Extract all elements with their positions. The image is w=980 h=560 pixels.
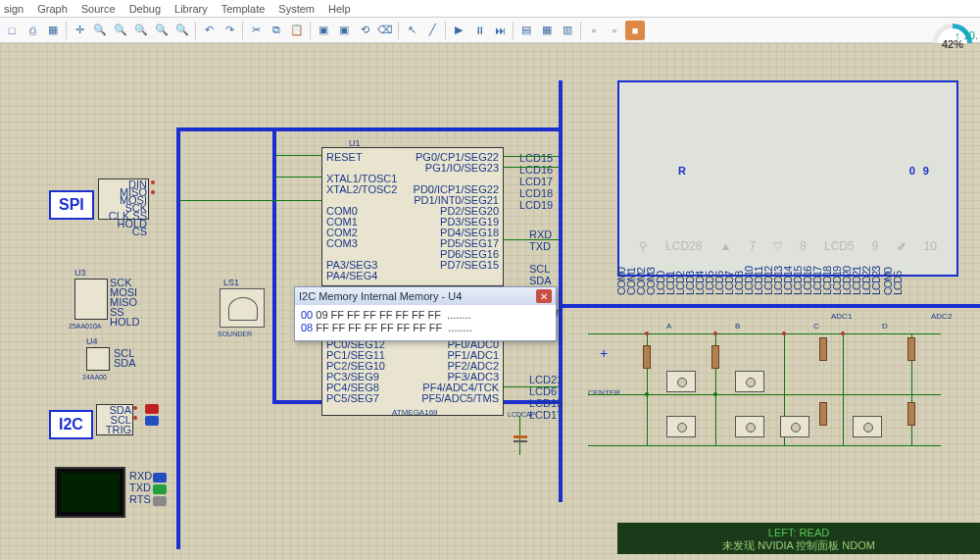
push-button[interactable] [666,416,696,437]
ls1-ref: LS1 [223,279,239,287]
menu-graph[interactable]: Graph [37,3,68,15]
bus-vertical [176,127,180,549]
netlist-icon[interactable]: ▥ [558,21,577,40]
bus-label: LCD5 [894,281,902,295]
u4-chip[interactable] [86,347,110,371]
wire-icon[interactable]: ╱ [422,21,442,40]
bus-label: LCD14 [784,281,792,295]
bus-label: LCD17 [813,281,821,295]
block-move-icon[interactable]: ▣ [334,21,354,40]
push-button[interactable] [666,371,696,392]
separator [398,22,399,39]
pause-icon[interactable]: ⏸ [469,21,489,40]
page-icon[interactable]: ▫ [584,21,604,40]
cut-icon[interactable]: ✂ [246,21,266,40]
step-icon[interactable]: ⏭ [490,21,510,40]
cursor-icon[interactable]: ✛ [70,21,89,40]
zoom-all-icon[interactable]: 🔍 [172,21,192,40]
status-overlay: LEFT: READ 未发现 NVIDIA 控制面板 NDOM [617,523,980,554]
spi-badge: SPI [49,190,94,220]
page-next-icon[interactable]: ▫ [605,21,624,40]
open-icon[interactable]: ⎙ [23,21,42,40]
lcd-digit-left: R [678,165,694,177]
bus-label: LCD8 [735,281,743,295]
bus-label: COM0 [617,281,625,295]
zoom-fit-icon[interactable]: 🔍 [131,21,151,40]
block-copy-icon[interactable]: ▣ [314,21,333,40]
menu-template[interactable]: Template [221,3,266,15]
new-icon[interactable]: □ [2,21,22,40]
menu-source[interactable]: Source [81,3,116,15]
push-button[interactable] [735,371,764,392]
zoom-in-icon[interactable]: 🔍 [90,21,110,40]
menu-bar[interactable]: sign Graph Source Debug Library Template… [0,0,980,18]
status-line1: LEFT: READ [627,527,970,538]
paste-icon[interactable]: 📋 [287,21,307,40]
zoom-out-icon[interactable]: 🔍 [111,21,130,40]
u1-right-pins: PG0/CP1/SEG22PG1/IO/SEG23 PD0/ICP1/SEG22… [414,152,499,281]
i2c-port[interactable]: SDA SCL TRIG [96,404,133,435]
bus-horizontal [176,127,563,131]
menu-library[interactable]: Library [174,3,208,15]
separator [580,22,581,39]
schematic-canvas[interactable]: SPI DIN MISO MOSI SCK CLK SS HOLD CS U3 … [0,43,980,560]
capacitor [514,435,527,438]
bus-label: LCD19 [833,281,841,295]
bus-label: LCD15 [794,281,802,295]
menu-debug[interactable]: Debug [129,3,161,15]
bus-label: LCD22 [862,281,870,295]
bus-label: LCD16 [804,281,811,295]
stop-icon[interactable]: ■ [625,21,645,40]
lcdcap-label: LCDCAP [508,410,535,419]
separator [242,22,243,39]
play-icon[interactable]: ▶ [449,21,468,40]
drc-icon[interactable]: ▦ [537,21,557,40]
separator [66,22,67,39]
i2c-badge: I2C [49,410,93,439]
push-button[interactable] [853,416,882,437]
bus-label: LCD3 [686,281,694,295]
block-delete-icon[interactable]: ⌫ [375,21,395,40]
u1-right-pins2: PF0/ADC0PF1/ADC1PF2/ADC2 PF3/ADC3PF4/ADC… [421,339,499,404]
redo-icon[interactable]: ↷ [220,21,239,40]
bus-label: LCD4 [696,281,704,295]
bus-label: COM1 [627,281,635,295]
zoom-area-icon[interactable]: 🔍 [152,21,172,40]
block-rotate-icon[interactable]: ⟲ [355,21,374,40]
u1-sig-rxd: RXDTXD SCLSDA [529,229,552,287]
pick-icon[interactable]: ↖ [402,21,421,40]
bus-vertical [272,127,276,404]
bom-icon[interactable]: ▤ [516,21,536,40]
sounder[interactable] [220,288,265,328]
u1-name: ATMEGA169 [392,408,438,417]
ls1-name: SOUNDER [218,330,252,338]
bus-label: COM0 [884,281,892,295]
popup-titlebar[interactable]: I2C Memory Internal Memory - U4 ✕ [295,287,556,305]
separator [195,22,196,39]
menu-help[interactable]: Help [328,3,351,15]
undo-icon[interactable]: ↶ [199,21,219,40]
u1-chip-bot[interactable]: PC0/SEG12PC1/SEG11PC2/SEG10 PC3/SEG9PC4/… [321,337,504,416]
oscilloscope[interactable] [55,467,125,518]
push-button[interactable] [735,416,764,437]
memory-popup[interactable]: I2C Memory Internal Memory - U4 ✕ 00 09 … [294,286,557,341]
button-network: A B C D CENTER ADC1 ADC2 [588,318,960,475]
lcd-display: R 09 ⚲LCD28▲ 7▽8 LCD59⬋ 10 [617,80,958,277]
menu-system[interactable]: System [278,3,315,15]
copy-icon[interactable]: ⧉ [267,21,286,40]
menu-sign[interactable]: sign [4,3,24,15]
u1-left-pins2: PC0/SEG12PC1/SEG11PC2/SEG10 PC3/SEG9PC4/… [326,339,385,404]
bus-label: LCD21 [853,281,860,295]
u3-chip[interactable] [74,279,108,320]
u3-name: 25AA010A [69,322,101,331]
u4-name: 24AA00 [82,373,107,382]
push-button[interactable] [780,416,809,437]
lcd-icons: ⚲LCD28▲ 7▽8 LCD59⬋ 10 [639,239,937,255]
bus-label: LCD10 [745,281,753,295]
spi-port[interactable]: DIN MISO MOSI SCK CLK SS HOLD CS [98,178,149,220]
u4-pins: SCLSDA [114,349,136,369]
close-icon[interactable]: ✕ [536,289,552,303]
grid-icon[interactable]: ▦ [43,21,63,40]
u1-chip-top[interactable]: RESET XTAL1/TOSC1XTAL2/TOSC2 COM0COM1COM… [321,147,504,286]
u3-pins: SCKMOSIMISOSSHOLD [110,279,140,328]
